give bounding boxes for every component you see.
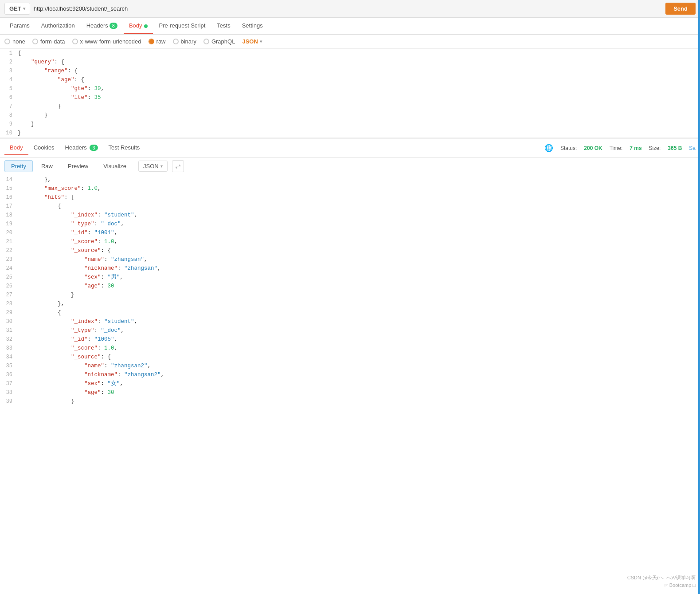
request-code-editor[interactable]: 1{2 "query": {3 "range": {4 "age": {5 "g… xyxy=(0,49,700,139)
line-content: "age": 30 xyxy=(18,282,700,291)
pretty-tab-pretty[interactable]: Pretty xyxy=(4,160,33,172)
code-line: 28 }, xyxy=(0,299,700,308)
line-number: 19 xyxy=(0,220,18,228)
resp-tab-body[interactable]: Body xyxy=(4,141,28,155)
code-line: 29 { xyxy=(0,308,700,317)
line-number: 18 xyxy=(0,211,18,220)
line-content: "range": { xyxy=(18,67,700,75)
tab-headers[interactable]: Headers8 xyxy=(81,18,123,34)
size-value: 365 B xyxy=(668,145,682,151)
code-line: 35 "name": "zhangsan2", xyxy=(0,362,700,370)
line-content: } xyxy=(18,111,700,120)
method-dropdown[interactable]: GET ▾ xyxy=(4,3,30,15)
code-line: 38 "age": 30 xyxy=(0,388,700,397)
line-number: 20 xyxy=(0,228,18,237)
resp-tab-headers[interactable]: Headers 3 xyxy=(60,141,103,155)
line-number: 30 xyxy=(0,317,18,326)
tab-settings[interactable]: Settings xyxy=(237,18,268,34)
code-line: 19 "_type": "_doc", xyxy=(0,220,700,228)
line-content: "nickname": "zhangsan", xyxy=(18,264,700,273)
extra-button[interactable]: Sa xyxy=(689,145,696,151)
resp-headers-badge: 3 xyxy=(90,145,98,151)
line-content: "gte": 30, xyxy=(18,84,700,93)
code-line: 39 } xyxy=(0,397,700,406)
code-line: 5 "gte": 30, xyxy=(0,84,700,93)
line-number: 8 xyxy=(0,111,18,120)
radio-raw-icon xyxy=(149,39,154,44)
radio-graphql-icon xyxy=(203,39,209,44)
code-line: 33 "_score": 1.0, xyxy=(0,344,700,353)
line-content: { xyxy=(18,308,700,317)
response-tabs: Body Cookies Headers 3 Test Results 🌐 St… xyxy=(0,139,700,157)
line-content: "query": { xyxy=(18,58,700,67)
line-content: "_index": "student", xyxy=(18,317,700,326)
line-content: "sex": "男", xyxy=(18,273,700,282)
line-number: 1 xyxy=(0,49,18,58)
method-label: GET xyxy=(9,5,21,12)
response-code-editor[interactable]: 14 },15 "max_score": 1.0,16 "hits": [17 … xyxy=(0,175,700,406)
line-content: "age": 30 xyxy=(18,388,700,397)
code-line: 23 "name": "zhangsan", xyxy=(0,255,700,264)
body-dot-icon xyxy=(144,24,148,28)
line-number: 3 xyxy=(0,67,18,75)
filter-icon[interactable]: ⇌ xyxy=(172,160,184,172)
tab-pre-request-script[interactable]: Pre-request Script xyxy=(154,18,211,34)
pretty-tab-raw[interactable]: Raw xyxy=(35,160,59,172)
json-format-dropdown[interactable]: JSON ▾ xyxy=(242,38,262,45)
body-type-form-data[interactable]: form-data xyxy=(32,38,65,45)
code-line: 32 "_id": "1005", xyxy=(0,335,700,344)
body-type-none[interactable]: none xyxy=(4,38,25,45)
line-number: 35 xyxy=(0,362,18,370)
tab-tests[interactable]: Tests xyxy=(211,18,235,34)
json-format-chevron-icon: ▾ xyxy=(260,39,262,44)
line-number: 23 xyxy=(0,255,18,264)
resp-format-dropdown[interactable]: JSON ▾ xyxy=(138,161,168,172)
url-input[interactable] xyxy=(34,4,662,14)
radio-form-data-icon xyxy=(32,39,38,44)
resp-format-chevron-icon: ▾ xyxy=(160,164,163,169)
headers-badge: 8 xyxy=(109,23,117,29)
body-form-data-label: form-data xyxy=(40,38,65,45)
time-label: Time: xyxy=(610,145,623,151)
code-line: 8 } xyxy=(0,111,700,120)
size-label: Size: xyxy=(649,145,661,151)
line-content: "name": "zhangsan", xyxy=(18,255,700,264)
resp-tab-test-results[interactable]: Test Results xyxy=(103,141,145,155)
resp-tab-cookies[interactable]: Cookies xyxy=(28,141,60,155)
status-value: 200 OK xyxy=(584,145,602,151)
body-type-raw[interactable]: raw xyxy=(149,38,166,45)
line-number: 9 xyxy=(0,120,18,129)
tab-body[interactable]: Body xyxy=(124,18,153,34)
line-number: 27 xyxy=(0,291,18,299)
pretty-tab-preview[interactable]: Preview xyxy=(61,160,95,172)
body-type-graphql[interactable]: GraphQL xyxy=(203,38,235,45)
body-graphql-label: GraphQL xyxy=(211,38,235,45)
right-sidebar-indicator xyxy=(698,0,700,406)
line-content: "_source": { xyxy=(18,353,700,362)
tab-authorization[interactable]: Authorization xyxy=(36,18,80,34)
line-number: 15 xyxy=(0,184,18,193)
line-content: "age": { xyxy=(18,75,700,84)
line-number: 29 xyxy=(0,308,18,317)
code-line: 37 "sex": "女", xyxy=(0,379,700,388)
line-number: 36 xyxy=(0,370,18,379)
line-content: } xyxy=(18,291,700,299)
line-content: "lte": 35 xyxy=(18,93,700,102)
tab-params[interactable]: Params xyxy=(4,18,35,34)
body-raw-label: raw xyxy=(156,38,166,45)
line-number: 28 xyxy=(0,299,18,308)
pretty-tab-visualize[interactable]: Visualize xyxy=(97,160,133,172)
send-button[interactable]: Send xyxy=(665,3,696,15)
line-content: "_source": { xyxy=(18,246,700,255)
radio-none-icon xyxy=(4,39,10,44)
body-type-binary[interactable]: binary xyxy=(173,38,196,45)
code-line: 3 "range": { xyxy=(0,67,700,75)
code-line: 15 "max_score": 1.0, xyxy=(0,184,700,193)
line-number: 2 xyxy=(0,58,18,67)
url-bar: GET ▾ Send xyxy=(0,0,700,18)
body-type-urlencoded[interactable]: x-www-form-urlencoded xyxy=(72,38,141,45)
line-content: "hits": [ xyxy=(18,193,700,202)
line-number: 10 xyxy=(0,129,18,138)
line-content: "sex": "女", xyxy=(18,379,700,388)
line-content: "max_score": 1.0, xyxy=(18,184,700,193)
